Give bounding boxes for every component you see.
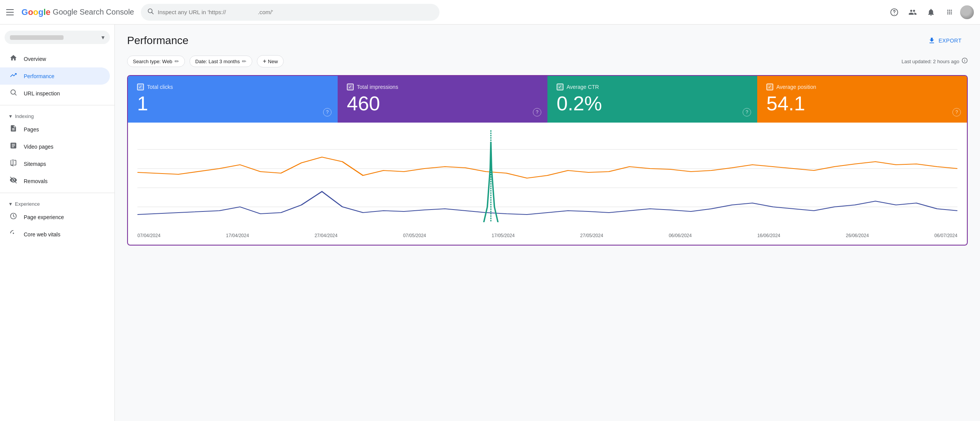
x-label-9: 06/07/2024 xyxy=(934,233,957,238)
experience-section[interactable]: ▾ Experience xyxy=(0,196,114,208)
impressions-checkbox[interactable] xyxy=(347,84,354,90)
sidebar-item-removals-label: Removals xyxy=(24,178,47,184)
video-pages-icon xyxy=(9,142,18,151)
clicks-checkbox[interactable] xyxy=(137,84,144,90)
filter-bar: Search type: Web ✏ Date: Last 3 months ✏… xyxy=(127,55,968,67)
sidebar-item-pages-label: Pages xyxy=(24,126,39,133)
notifications-button[interactable] xyxy=(923,5,939,20)
sidebar-item-page-experience-label: Page experience xyxy=(24,214,64,220)
sidebar-item-sitemaps[interactable]: Sitemaps xyxy=(0,155,110,172)
page-title: Performance xyxy=(127,34,188,47)
sidebar-item-removals[interactable]: Removals xyxy=(0,172,110,190)
search-icon xyxy=(147,8,154,16)
main-content: Performance EXPORT Search type: Web ✏ Da… xyxy=(115,25,980,421)
metrics-cards: Total clicks 1 ? Total impressions 460 ? xyxy=(128,76,967,123)
sidebar-item-page-experience[interactable]: Page experience xyxy=(0,208,110,226)
property-selector[interactable]: ▾ xyxy=(5,31,110,44)
sidebar-item-core-web-vitals[interactable]: Core web vitals xyxy=(0,226,110,243)
page-header: Performance EXPORT xyxy=(127,34,968,48)
experience-section-label: Experience xyxy=(15,201,40,207)
sidebar-item-url-inspection[interactable]: URL inspection xyxy=(0,85,110,102)
metric-impressions-value: 460 xyxy=(347,93,538,113)
sitemaps-icon xyxy=(9,159,18,169)
ctr-checkbox[interactable] xyxy=(557,84,564,90)
date-filter[interactable]: Date: Last 3 months ✏ xyxy=(189,56,252,67)
collapse-icon-2: ▾ xyxy=(9,201,12,207)
sidebar-item-core-web-vitals-label: Core web vitals xyxy=(24,231,60,238)
impressions-help-icon[interactable]: ? xyxy=(533,108,541,116)
metric-ctr-label: Average CTR xyxy=(557,84,748,90)
indexing-section-label: Indexing xyxy=(15,113,34,119)
export-button[interactable]: EXPORT xyxy=(922,34,968,48)
divider-1 xyxy=(0,105,114,105)
hamburger-icon[interactable] xyxy=(6,8,15,17)
sidebar-item-performance[interactable]: Performance xyxy=(0,67,110,85)
date-label: Date: Last 3 months xyxy=(195,59,240,64)
help-button[interactable] xyxy=(887,5,902,20)
sidebar-item-sitemaps-label: Sitemaps xyxy=(24,161,46,167)
metric-card-impressions[interactable]: Total impressions 460 ? xyxy=(338,76,547,123)
url-search-bar[interactable] xyxy=(141,4,439,21)
metric-clicks-label: Total clicks xyxy=(137,84,328,90)
topbar-left: Google Google Search Console xyxy=(6,7,136,17)
last-updated: Last updated: 2 hours ago xyxy=(902,57,968,65)
search-type-filter[interactable]: Search type: Web ✏ xyxy=(127,56,185,67)
sidebar-item-pages[interactable]: Pages xyxy=(0,121,110,138)
chevron-down-icon: ▾ xyxy=(101,34,105,41)
edit-search-type-icon: ✏ xyxy=(175,58,179,64)
sidebar-item-performance-label: Performance xyxy=(24,73,54,79)
app-name: Google Search Console xyxy=(53,8,134,16)
sidebar-item-video-pages[interactable]: Video pages xyxy=(0,138,110,155)
plus-icon: + xyxy=(263,58,266,65)
last-updated-text: Last updated: 2 hours ago xyxy=(902,59,959,64)
avatar[interactable] xyxy=(960,5,974,19)
home-icon xyxy=(9,54,18,64)
svg-point-3 xyxy=(894,14,895,15)
trending-icon xyxy=(9,71,18,81)
edit-date-icon: ✏ xyxy=(242,58,247,64)
sidebar-item-overview[interactable]: Overview xyxy=(0,50,110,67)
new-filter-button[interactable]: + New xyxy=(257,55,283,67)
ctr-help-icon[interactable]: ? xyxy=(743,108,751,116)
sidebar: ▾ Overview Performance URL inspection xyxy=(0,25,115,421)
clicks-help-icon[interactable]: ? xyxy=(323,108,332,116)
x-label-8: 26/06/2024 xyxy=(846,233,869,238)
export-icon xyxy=(928,37,936,44)
x-label-2: 27/04/2024 xyxy=(315,233,338,238)
sidebar-item-url-inspection-label: URL inspection xyxy=(24,90,60,97)
metric-card-ctr[interactable]: Average CTR 0.2% ? xyxy=(547,76,757,123)
removals-icon xyxy=(9,176,18,186)
metric-ctr-value: 0.2% xyxy=(557,93,748,113)
metric-position-label: Average position xyxy=(766,84,958,90)
search-icon xyxy=(9,88,18,98)
chart-x-labels: 07/04/2024 17/04/2024 27/04/2024 07/05/2… xyxy=(137,230,957,244)
x-label-3: 07/05/2024 xyxy=(403,233,426,238)
svg-line-1 xyxy=(152,12,153,14)
property-name xyxy=(10,35,64,40)
metric-position-value: 54.1 xyxy=(766,93,958,113)
collapse-icon: ▾ xyxy=(9,113,12,119)
sidebar-item-video-pages-label: Video pages xyxy=(24,144,54,150)
metrics-container: Total clicks 1 ? Total impressions 460 ? xyxy=(127,75,968,246)
x-label-7: 16/06/2024 xyxy=(757,233,780,238)
google-logo: Google Google Search Console xyxy=(21,7,134,17)
url-search-input[interactable] xyxy=(158,9,433,15)
x-label-5: 27/05/2024 xyxy=(580,233,603,238)
core-web-vitals-icon xyxy=(9,229,18,239)
pages-icon xyxy=(9,124,18,134)
apps-button[interactable] xyxy=(942,5,957,20)
position-help-icon[interactable]: ? xyxy=(952,108,961,116)
chart-container: 07/04/2024 17/04/2024 27/04/2024 07/05/2… xyxy=(128,123,967,245)
indexing-section[interactable]: ▾ Indexing xyxy=(0,108,114,121)
accounts-button[interactable] xyxy=(905,5,920,20)
page-experience-icon xyxy=(9,212,18,222)
position-checkbox[interactable] xyxy=(766,84,773,90)
svg-point-10 xyxy=(964,59,965,59)
x-label-1: 17/04/2024 xyxy=(226,233,249,238)
metric-clicks-value: 1 xyxy=(137,93,328,113)
x-label-0: 07/04/2024 xyxy=(137,233,160,238)
metric-card-clicks[interactable]: Total clicks 1 ? xyxy=(128,76,338,123)
metric-card-position[interactable]: Average position 54.1 ? xyxy=(757,76,967,123)
x-label-6: 06/06/2024 xyxy=(669,233,692,238)
main-layout: ▾ Overview Performance URL inspection xyxy=(0,25,980,421)
